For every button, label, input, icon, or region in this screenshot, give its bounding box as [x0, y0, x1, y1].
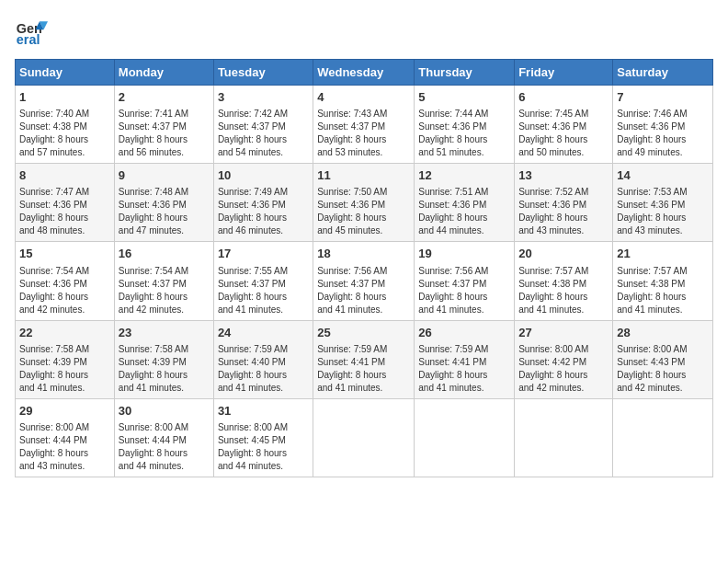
day-number: 16 — [119, 246, 210, 262]
calendar-cell: 23 Sunrise: 7:58 AMSunset: 4:39 PMDaylig… — [114, 320, 213, 398]
day-info: Sunrise: 8:00 AMSunset: 4:44 PMDaylight:… — [19, 421, 110, 473]
calendar-cell — [313, 398, 415, 477]
day-number: 15 — [19, 246, 110, 262]
column-header-saturday: Saturday — [613, 60, 713, 86]
day-info: Sunrise: 8:00 AMSunset: 4:44 PMDaylight:… — [119, 421, 210, 473]
day-info: Sunrise: 7:59 AMSunset: 4:40 PMDaylight:… — [218, 343, 309, 395]
day-number: 6 — [518, 89, 609, 106]
day-number: 23 — [119, 325, 210, 341]
day-info: Sunrise: 7:54 AMSunset: 4:36 PMDaylight:… — [19, 265, 110, 316]
calendar-cell — [515, 398, 613, 477]
day-number: 2 — [119, 89, 210, 106]
day-number: 7 — [617, 89, 709, 106]
day-number: 14 — [617, 167, 709, 184]
day-number: 30 — [119, 403, 210, 419]
day-info: Sunrise: 7:59 AMSunset: 4:41 PMDaylight:… — [418, 343, 510, 395]
calendar-cell: 21 Sunrise: 7:57 AMSunset: 4:38 PMDaylig… — [613, 242, 713, 320]
week-row-3: 15 Sunrise: 7:54 AMSunset: 4:36 PMDaylig… — [16, 242, 713, 320]
day-number: 12 — [418, 167, 510, 184]
day-info: Sunrise: 7:45 AMSunset: 4:36 PMDaylight:… — [518, 108, 609, 159]
day-number: 29 — [19, 403, 110, 419]
day-number: 4 — [317, 89, 410, 106]
calendar-cell: 14 Sunrise: 7:53 AMSunset: 4:36 PMDaylig… — [613, 164, 713, 242]
logo: Gen eral — [15, 15, 53, 48]
calendar-cell: 19 Sunrise: 7:56 AMSunset: 4:37 PMDaylig… — [415, 242, 515, 320]
calendar-cell: 5 Sunrise: 7:44 AMSunset: 4:36 PMDayligh… — [415, 86, 515, 164]
column-header-friday: Friday — [515, 60, 613, 86]
day-number: 26 — [418, 325, 510, 341]
calendar-cell: 3 Sunrise: 7:42 AMSunset: 4:37 PMDayligh… — [213, 86, 313, 164]
calendar-cell: 30 Sunrise: 8:00 AMSunset: 4:44 PMDaylig… — [114, 398, 213, 477]
day-info: Sunrise: 7:44 AMSunset: 4:36 PMDaylight:… — [418, 108, 510, 159]
week-row-4: 22 Sunrise: 7:58 AMSunset: 4:39 PMDaylig… — [16, 320, 713, 398]
day-info: Sunrise: 7:48 AMSunset: 4:36 PMDaylight:… — [119, 186, 210, 237]
day-number: 31 — [218, 403, 309, 419]
day-number: 1 — [19, 89, 110, 106]
column-header-wednesday: Wednesday — [313, 60, 415, 86]
day-number: 17 — [218, 246, 309, 262]
column-header-monday: Monday — [114, 60, 213, 86]
calendar-cell: 9 Sunrise: 7:48 AMSunset: 4:36 PMDayligh… — [114, 164, 213, 242]
logo-icon: Gen eral — [15, 15, 48, 48]
calendar-cell: 8 Sunrise: 7:47 AMSunset: 4:36 PMDayligh… — [16, 164, 115, 242]
week-row-1: 1 Sunrise: 7:40 AMSunset: 4:38 PMDayligh… — [16, 86, 713, 164]
calendar-cell: 4 Sunrise: 7:43 AMSunset: 4:37 PMDayligh… — [313, 86, 415, 164]
day-info: Sunrise: 7:51 AMSunset: 4:36 PMDaylight:… — [418, 186, 510, 237]
column-header-sunday: Sunday — [16, 60, 115, 86]
calendar-cell — [415, 398, 515, 477]
day-number: 10 — [218, 167, 309, 184]
day-info: Sunrise: 7:59 AMSunset: 4:41 PMDaylight:… — [317, 343, 410, 395]
day-info: Sunrise: 7:50 AMSunset: 4:36 PMDaylight:… — [317, 186, 410, 237]
calendar-cell: 11 Sunrise: 7:50 AMSunset: 4:36 PMDaylig… — [313, 164, 415, 242]
calendar-cell: 31 Sunrise: 8:00 AMSunset: 4:45 PMDaylig… — [213, 398, 313, 477]
column-header-thursday: Thursday — [415, 60, 515, 86]
column-header-tuesday: Tuesday — [213, 60, 313, 86]
day-info: Sunrise: 7:49 AMSunset: 4:36 PMDaylight:… — [218, 186, 309, 237]
day-number: 22 — [19, 325, 110, 341]
day-number: 21 — [617, 246, 709, 262]
calendar-cell: 22 Sunrise: 7:58 AMSunset: 4:39 PMDaylig… — [16, 320, 115, 398]
day-info: Sunrise: 7:52 AMSunset: 4:36 PMDaylight:… — [518, 186, 609, 237]
day-info: Sunrise: 7:57 AMSunset: 4:38 PMDaylight:… — [518, 265, 609, 316]
day-number: 18 — [317, 246, 410, 262]
calendar-cell: 7 Sunrise: 7:46 AMSunset: 4:36 PMDayligh… — [613, 86, 713, 164]
day-info: Sunrise: 7:43 AMSunset: 4:37 PMDaylight:… — [317, 108, 410, 159]
day-number: 20 — [518, 246, 609, 262]
calendar-cell: 15 Sunrise: 7:54 AMSunset: 4:36 PMDaylig… — [16, 242, 115, 320]
calendar-cell: 13 Sunrise: 7:52 AMSunset: 4:36 PMDaylig… — [515, 164, 613, 242]
calendar-cell: 17 Sunrise: 7:55 AMSunset: 4:37 PMDaylig… — [213, 242, 313, 320]
day-info: Sunrise: 8:00 AMSunset: 4:43 PMDaylight:… — [617, 343, 709, 395]
day-number: 27 — [518, 325, 609, 341]
calendar-cell: 27 Sunrise: 8:00 AMSunset: 4:42 PMDaylig… — [515, 320, 613, 398]
week-row-2: 8 Sunrise: 7:47 AMSunset: 4:36 PMDayligh… — [16, 164, 713, 242]
day-info: Sunrise: 7:58 AMSunset: 4:39 PMDaylight:… — [19, 343, 110, 395]
calendar-cell: 18 Sunrise: 7:56 AMSunset: 4:37 PMDaylig… — [313, 242, 415, 320]
day-number: 19 — [418, 246, 510, 262]
calendar-cell: 1 Sunrise: 7:40 AMSunset: 4:38 PMDayligh… — [16, 86, 115, 164]
day-number: 28 — [617, 325, 709, 341]
day-info: Sunrise: 7:42 AMSunset: 4:37 PMDaylight:… — [218, 108, 309, 159]
calendar-table: SundayMondayTuesdayWednesdayThursdayFrid… — [15, 59, 713, 477]
day-info: Sunrise: 7:54 AMSunset: 4:37 PMDaylight:… — [119, 265, 210, 316]
calendar-cell: 10 Sunrise: 7:49 AMSunset: 4:36 PMDaylig… — [213, 164, 313, 242]
day-info: Sunrise: 7:41 AMSunset: 4:37 PMDaylight:… — [119, 108, 210, 159]
day-number: 13 — [518, 167, 609, 184]
calendar-cell: 29 Sunrise: 8:00 AMSunset: 4:44 PMDaylig… — [16, 398, 115, 477]
calendar-cell: 6 Sunrise: 7:45 AMSunset: 4:36 PMDayligh… — [515, 86, 613, 164]
day-info: Sunrise: 7:55 AMSunset: 4:37 PMDaylight:… — [218, 265, 309, 316]
calendar-cell — [613, 398, 713, 477]
day-info: Sunrise: 7:56 AMSunset: 4:37 PMDaylight:… — [418, 265, 510, 316]
calendar-cell: 28 Sunrise: 8:00 AMSunset: 4:43 PMDaylig… — [613, 320, 713, 398]
day-number: 8 — [19, 167, 110, 184]
calendar-cell: 26 Sunrise: 7:59 AMSunset: 4:41 PMDaylig… — [415, 320, 515, 398]
day-number: 3 — [218, 89, 309, 106]
day-number: 5 — [418, 89, 510, 106]
day-info: Sunrise: 7:58 AMSunset: 4:39 PMDaylight:… — [119, 343, 210, 395]
calendar-cell: 16 Sunrise: 7:54 AMSunset: 4:37 PMDaylig… — [114, 242, 213, 320]
day-info: Sunrise: 7:57 AMSunset: 4:38 PMDaylight:… — [617, 265, 709, 316]
day-info: Sunrise: 7:46 AMSunset: 4:36 PMDaylight:… — [617, 108, 709, 159]
calendar-cell: 2 Sunrise: 7:41 AMSunset: 4:37 PMDayligh… — [114, 86, 213, 164]
day-number: 9 — [119, 167, 210, 184]
day-info: Sunrise: 8:00 AMSunset: 4:42 PMDaylight:… — [518, 343, 609, 395]
day-number: 11 — [317, 167, 410, 184]
